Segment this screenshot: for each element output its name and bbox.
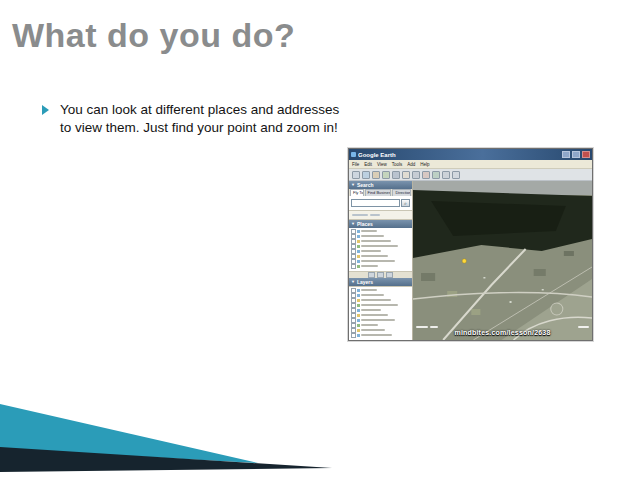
item-label-bar [361,314,388,316]
google-earth-screenshot: Google Earth FileEditViewToolsAddHelp ▼ … [348,148,593,341]
toolbar-icon[interactable] [402,171,410,179]
item-label-bar [361,289,377,291]
page-title: What do you do? [12,16,295,55]
aerial-imagery [413,181,592,340]
menu-item[interactable]: Help [420,162,429,167]
item-icon [357,235,360,238]
bullet-text: You can look at different places and add… [60,101,342,137]
item-label-bar [361,319,395,321]
search-history [349,211,412,220]
menu-item[interactable]: Add [407,162,415,167]
magnifier-icon[interactable]: ⌕ [401,199,410,207]
item-icon [357,265,360,268]
sidebar: ▼ Search Fly ToFind BusinessesDirections… [349,181,413,340]
toolbar-icon[interactable] [422,171,430,179]
footer-swoosh [0,398,638,478]
item-label-bar [361,235,384,237]
history-entry-bar [370,214,380,216]
tree-item[interactable] [351,244,410,248]
menu-item[interactable]: Edit [364,162,372,167]
toolbar-icon[interactable] [352,171,360,179]
item-icon [357,289,360,292]
menu-item[interactable]: File [352,162,359,167]
tree-item[interactable] [351,264,410,268]
search-tab[interactable]: Find Businesses [365,189,392,196]
close-button[interactable] [582,151,590,158]
item-label-bar [361,309,381,311]
toolbar-icon[interactable] [432,171,440,179]
search-input[interactable] [351,199,400,207]
menu-bar: FileEditViewToolsAddHelp [349,160,592,169]
bullet-item: You can look at different places and add… [42,101,342,137]
search-body: ⌕ [349,196,412,211]
toolbar-icon[interactable] [362,171,370,179]
item-label-bar [361,255,388,257]
item-label-bar [361,245,398,247]
toolbar-icon[interactable] [442,171,450,179]
window-content: ▼ Search Fly ToFind BusinessesDirections… [349,181,592,340]
tree-item[interactable] [351,249,410,253]
item-icon [357,255,360,258]
toolbar-icon[interactable] [412,171,420,179]
places-panel-header[interactable]: ▼ Places [349,220,412,228]
item-icon [357,304,360,307]
search-tab[interactable]: Directions [392,189,411,196]
item-label-bar [361,240,391,242]
window-titlebar[interactable]: Google Earth [349,149,592,160]
maximize-button[interactable] [572,151,580,158]
search-tab[interactable]: Fly To [350,189,364,196]
item-icon [357,314,360,317]
tree-item[interactable] [351,328,410,332]
bullet-arrow-icon [42,105,49,115]
tree-item[interactable] [351,313,410,317]
toolbar-icon[interactable] [452,171,460,179]
item-icon [357,230,360,233]
item-label-bar [361,304,398,306]
tree-item[interactable] [351,229,410,233]
toolbar-icon[interactable] [382,171,390,179]
tour-controls[interactable] [349,271,412,278]
item-label-bar [361,299,391,301]
item-label-bar [361,230,377,232]
tree-item[interactable] [351,303,410,307]
map-credits-right [578,326,589,328]
chevron-down-icon: ▼ [351,280,355,284]
search-panel-header[interactable]: ▼ Search [349,181,412,189]
tree-item[interactable] [351,288,410,292]
item-label-bar [361,324,378,326]
tree-item[interactable] [351,234,410,238]
slide: What do you do? You can look at differen… [0,0,638,478]
tree-item[interactable] [351,333,410,337]
toolbar-icon[interactable] [372,171,380,179]
item-label-bar [361,334,392,336]
tree-item[interactable] [351,308,410,312]
search-tabs: Fly ToFind BusinessesDirections [349,189,412,196]
tree-item[interactable] [351,293,410,297]
tree-item[interactable] [351,254,410,258]
menu-item[interactable]: View [377,162,387,167]
tree-item[interactable] [351,323,410,327]
item-label-bar [361,250,381,252]
chevron-down-icon: ▼ [351,222,355,226]
tree-item[interactable] [351,318,410,322]
checkbox[interactable] [351,333,356,338]
menu-item[interactable]: Tools [392,162,403,167]
window-title: Google Earth [358,152,560,158]
minimize-button[interactable] [562,151,570,158]
item-icon [357,299,360,302]
map-pin-icon [462,259,466,263]
tree-item[interactable] [351,259,410,263]
toolbar-icon[interactable] [392,171,400,179]
item-label-bar [361,329,385,331]
app-icon [351,152,356,157]
layers-panel-header[interactable]: ▼ Layers [349,278,412,286]
checkbox[interactable] [351,264,356,269]
tree-item[interactable] [351,298,410,302]
toolbar [349,169,592,181]
map-viewport[interactable]: mindbites.com/lesson/2638 [413,181,592,340]
layers-tree [349,286,412,340]
item-icon [357,334,360,337]
tree-item[interactable] [351,239,410,243]
history-entry-bar [352,214,368,216]
map-credits-left [416,326,438,328]
